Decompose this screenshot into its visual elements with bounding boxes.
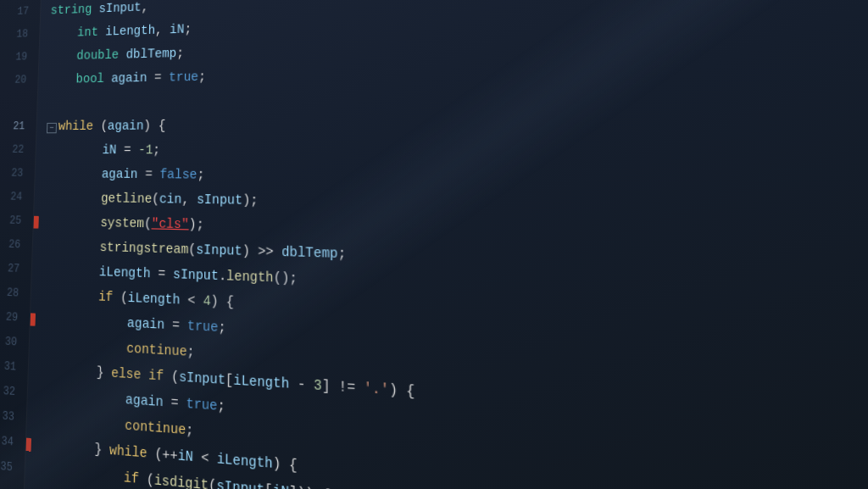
token bbox=[45, 162, 102, 186]
token: 4 bbox=[203, 289, 210, 315]
token bbox=[42, 234, 100, 260]
token: ; bbox=[218, 315, 225, 342]
token bbox=[43, 210, 101, 236]
ln-27: 27 bbox=[0, 257, 25, 282]
token: length bbox=[226, 264, 274, 291]
ln-19: 19 bbox=[0, 46, 32, 69]
token: - bbox=[298, 371, 306, 398]
token bbox=[38, 357, 97, 386]
token: sInput bbox=[173, 262, 219, 289]
token: false bbox=[159, 163, 197, 187]
token: } bbox=[96, 360, 111, 386]
ln-18: 18 bbox=[0, 23, 33, 47]
token: '.' bbox=[364, 375, 389, 404]
token bbox=[355, 375, 364, 403]
token: iLength bbox=[127, 286, 180, 313]
token: again bbox=[108, 114, 144, 139]
ln-26: 26 bbox=[0, 233, 26, 258]
ln-28: 28 bbox=[0, 281, 25, 306]
token bbox=[331, 374, 339, 402]
token: < bbox=[187, 288, 195, 314]
token: while bbox=[109, 438, 147, 467]
token bbox=[180, 288, 187, 314]
token: != bbox=[338, 374, 355, 402]
token: , bbox=[181, 187, 197, 213]
token: isdigit bbox=[154, 468, 209, 489]
token: true bbox=[187, 314, 219, 341]
token: ) { bbox=[273, 451, 298, 481]
token: ; bbox=[186, 339, 194, 365]
token: ; bbox=[338, 241, 347, 267]
token: (); bbox=[274, 265, 298, 292]
token: sInput bbox=[179, 364, 225, 393]
token: bool bbox=[75, 67, 104, 91]
token: again bbox=[127, 311, 165, 338]
token bbox=[289, 371, 298, 398]
ln-23: 23 bbox=[0, 162, 28, 186]
token: } bbox=[94, 436, 109, 464]
token: >> bbox=[258, 239, 274, 265]
token: if bbox=[98, 285, 114, 310]
token: iLength bbox=[105, 19, 155, 43]
ln-21: 21 bbox=[0, 115, 30, 139]
token: ) { bbox=[143, 114, 165, 139]
token: = bbox=[170, 390, 179, 416]
token: [ bbox=[225, 367, 234, 394]
token bbox=[41, 282, 98, 309]
token: else if bbox=[111, 361, 164, 390]
token: getline bbox=[101, 186, 153, 212]
token bbox=[209, 446, 217, 473]
token: ; bbox=[176, 42, 184, 65]
ln-33: 33 bbox=[0, 403, 19, 431]
token: ( bbox=[171, 364, 180, 391]
token bbox=[180, 314, 187, 340]
token bbox=[48, 68, 76, 92]
token: double bbox=[76, 43, 119, 68]
token: ++ bbox=[162, 442, 178, 470]
token: iN bbox=[273, 478, 289, 489]
token: system bbox=[100, 211, 144, 236]
token: stringstream bbox=[99, 236, 188, 263]
ln-blank1 bbox=[0, 92, 31, 115]
token: again bbox=[125, 387, 164, 416]
token: ( bbox=[188, 237, 196, 263]
token: dblTemp bbox=[125, 42, 176, 66]
token: true bbox=[169, 65, 198, 90]
ln-32: 32 bbox=[0, 378, 20, 405]
token: ) bbox=[242, 239, 250, 264]
token: again bbox=[102, 163, 138, 187]
code-area: string sInput , int iLength , iN ; doubl… bbox=[24, 0, 868, 489]
token: ; bbox=[197, 163, 204, 187]
token bbox=[193, 444, 202, 471]
token: continue bbox=[126, 336, 187, 365]
token: if bbox=[124, 465, 140, 489]
token: ; bbox=[153, 138, 160, 163]
ln-29: 29 bbox=[0, 305, 24, 331]
token: ( bbox=[147, 467, 155, 489]
token bbox=[178, 391, 186, 417]
token bbox=[274, 240, 281, 266]
token: iN bbox=[177, 443, 193, 471]
ln-31: 31 bbox=[0, 353, 21, 381]
token: [ bbox=[264, 477, 273, 489]
token: ); bbox=[242, 188, 259, 214]
collapse-icon-21[interactable]: − bbox=[47, 123, 57, 133]
ln-22: 22 bbox=[0, 139, 29, 163]
token: iLength bbox=[99, 260, 151, 286]
ln-25: 25 bbox=[0, 209, 27, 234]
token: ; bbox=[186, 417, 194, 444]
token: ); bbox=[189, 213, 204, 238]
token: iLength bbox=[233, 368, 289, 397]
token: -1 bbox=[138, 138, 153, 163]
ln-35: 35 bbox=[0, 453, 18, 481]
token: ) { bbox=[210, 289, 234, 316]
token: ) { bbox=[389, 377, 415, 406]
ln-24: 24 bbox=[0, 186, 28, 210]
token: sInput bbox=[197, 187, 242, 213]
token: string bbox=[50, 0, 92, 22]
editor-container: 17 18 19 20 21 22 23 24 25 26 27 28 29 3… bbox=[0, 0, 868, 489]
token: , bbox=[141, 0, 148, 19]
token: ; bbox=[217, 393, 225, 420]
token bbox=[42, 258, 99, 285]
token bbox=[139, 466, 147, 489]
